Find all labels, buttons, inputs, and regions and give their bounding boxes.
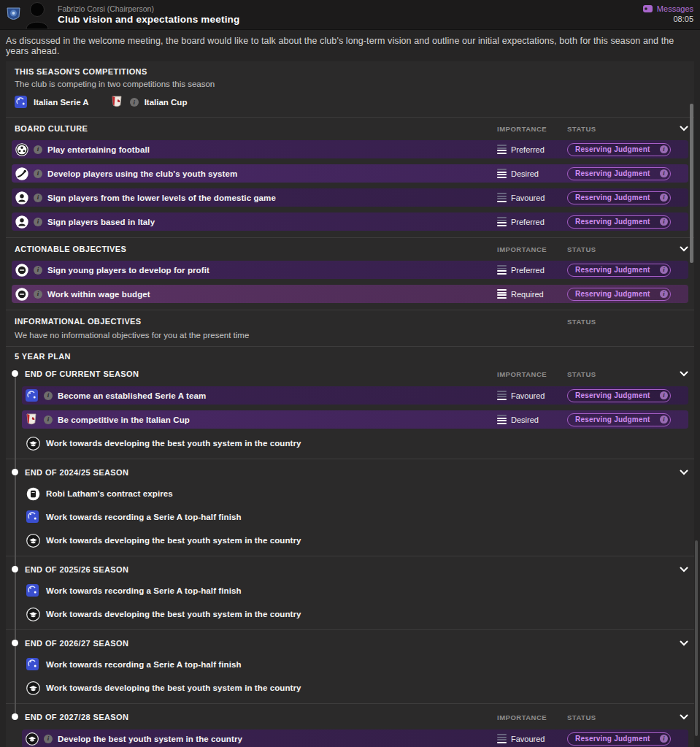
importance-column-header: IMPORTANCE [497,713,567,721]
section-divider [6,459,694,459]
competitions-heading: THIS SEASON'S COMPETITIONS [15,67,688,76]
collapse-section-button[interactable] [677,371,688,377]
serie-a-logo-icon [26,389,39,402]
competition-name[interactable]: Italian Cup [145,98,188,107]
importance-column-header: IMPORTANCE [497,370,567,378]
collapse-section-button[interactable] [677,126,688,131]
chevron-down-icon [680,371,688,377]
status-info-icon[interactable] [660,194,668,202]
objective-row[interactable]: Become an established Serie A team Favou… [22,386,688,405]
chevron-down-icon [680,246,688,252]
importance-level-icon [497,265,507,275]
info-icon[interactable] [34,266,42,275]
status-info-icon[interactable] [660,169,668,177]
objective-row[interactable]: Sign players based in Italy Preferred Re… [12,212,688,231]
info-icon[interactable] [34,218,42,226]
importance-level-icon [497,415,507,424]
status-info-icon[interactable] [660,735,668,743]
collapse-section-button[interactable] [677,714,688,720]
objective-row[interactable]: Work within wage budget Required Reservi… [12,285,688,303]
section-informational-objectives: INFORMATIONAL OBJECTIVES STATUS We have … [12,315,688,340]
status-pill[interactable]: Reserving Judgment [567,732,671,746]
info-icon[interactable] [44,415,53,424]
info-icon[interactable] [34,290,42,299]
plan-item: Work towards recording a Serie A top-hal… [12,582,688,599]
plan-item: Work towards developing the best youth s… [12,532,688,549]
competitions-subheading: The club is competing in two competition… [15,80,688,88]
chevron-down-icon [680,640,688,646]
section-divider [6,237,694,238]
status-info-icon[interactable] [660,415,668,424]
collapse-section-button[interactable] [677,640,688,646]
collapse-section-button[interactable] [677,470,688,475]
status-info-icon[interactable] [660,218,668,226]
info-icon[interactable] [44,391,53,400]
competition-name[interactable]: Italian Serie A [34,98,89,107]
section-divider [6,310,694,310]
status-column-header: STATUS [567,370,677,378]
status-pill[interactable]: Reserving Judgment [567,191,671,204]
status-pill[interactable]: Reserving Judgment [567,215,671,229]
objective-row[interactable]: Play entertaining football Preferred Res… [12,140,688,158]
importance-level-icon [497,734,507,743]
period-heading: END OF 2024/25 SEASON [25,468,677,477]
importance-level-icon [497,217,507,226]
status-info-icon[interactable] [660,145,668,153]
importance-level-icon [497,145,507,154]
info-icon[interactable] [34,194,42,202]
objective-row[interactable]: Develop players using the club's youth s… [12,164,688,183]
importance-indicator: Favoured [497,734,567,743]
plan-item: Work towards recording a Serie A top-hal… [12,508,688,526]
status-pill[interactable]: Reserving Judgment [567,264,671,277]
status-pill[interactable]: Reserving Judgment [567,389,671,402]
chevron-down-icon [680,126,688,131]
timeline-dot [12,713,18,720]
serie-a-logo-icon [26,584,40,598]
status-column-header: STATUS [567,125,677,133]
status-pill[interactable]: Reserving Judgment [567,143,671,156]
section-divider [6,556,694,556]
section-divider [6,703,694,704]
youth-system-icon [26,437,40,451]
objective-row[interactable]: Be competitive in the Italian Cup Desire… [22,410,688,429]
timeline-rail [15,375,16,718]
chevron-down-icon [680,567,688,572]
collapse-section-button[interactable] [677,567,688,572]
info-icon[interactable] [130,98,139,107]
messages-button[interactable]: Messages [643,4,693,13]
youth-development-icon [15,167,28,180]
importance-level-icon [497,391,507,400]
section-divider [6,117,694,118]
section-divider [6,346,694,347]
status-column-header: STATUS [567,713,677,721]
serie-a-logo-icon [26,658,40,672]
status-pill[interactable]: Reserving Judgment [567,167,671,180]
info-icon[interactable] [34,169,42,178]
serie-a-logo-icon [15,96,28,109]
scrollbar-thumb-lower[interactable] [695,540,698,736]
info-icon[interactable] [34,145,42,154]
importance-level-icon [497,169,507,178]
board-culture-heading: BOARD CULTURE [15,124,497,133]
youth-system-icon [26,534,40,548]
status-info-icon[interactable] [660,290,668,298]
info-icon[interactable] [44,735,53,743]
five-year-plan-heading: 5 YEAR PLAN [15,352,688,361]
objective-row[interactable]: Sign players from the lower levels of th… [12,188,688,207]
collapse-section-button[interactable] [677,246,688,252]
objective-row[interactable]: Sign young players to develop for profit… [12,261,688,279]
plan-period: END OF 2025/26 SEASON Work toward [12,563,688,623]
timeline-dot [12,469,18,475]
plan-item: Work towards developing the best youth s… [12,605,688,623]
importance-column-header: IMPORTANCE [497,125,567,133]
scrollbar-thumb-upper[interactable] [690,104,693,263]
status-pill[interactable]: Reserving Judgment [567,413,671,426]
status-pill[interactable]: Reserving Judgment [567,288,671,301]
status-info-icon[interactable] [660,391,668,399]
meeting-header-bar: Fabrizio Corsi (Chairperson) Club vision… [0,0,700,30]
contract-icon [26,487,40,501]
status-info-icon[interactable] [660,266,668,274]
importance-indicator: Required [497,289,567,299]
objective-row[interactable]: Develop the best youth system in the cou… [22,729,688,747]
period-heading: END OF 2025/26 SEASON [25,565,677,574]
